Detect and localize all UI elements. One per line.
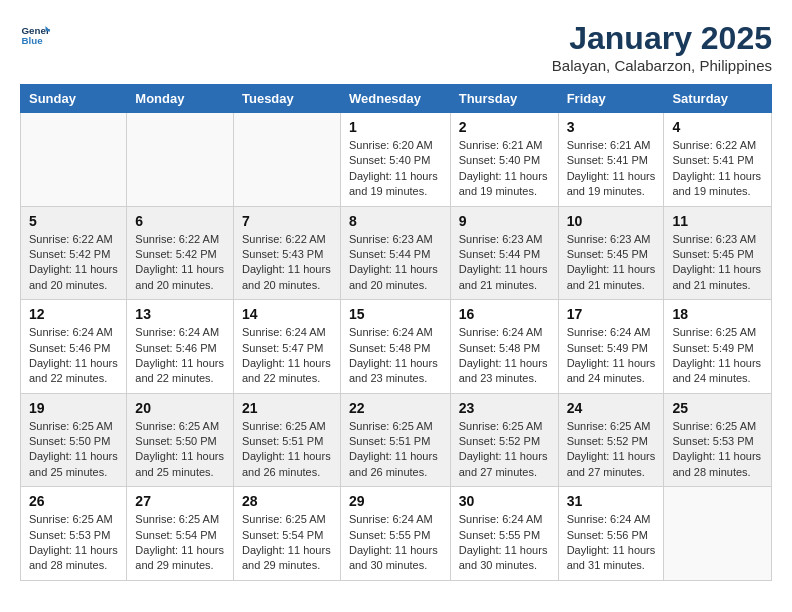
weekday-header: Saturday [664,85,772,113]
day-number: 19 [29,400,118,416]
calendar-day-cell: 26Sunrise: 6:25 AMSunset: 5:53 PMDayligh… [21,487,127,581]
calendar-day-cell: 1Sunrise: 6:20 AMSunset: 5:40 PMDaylight… [340,113,450,207]
logo-icon: General Blue [20,20,50,50]
day-info: Sunrise: 6:22 AMSunset: 5:41 PMDaylight:… [672,138,763,200]
day-number: 24 [567,400,656,416]
calendar-day-cell: 28Sunrise: 6:25 AMSunset: 5:54 PMDayligh… [233,487,340,581]
calendar-day-cell: 7Sunrise: 6:22 AMSunset: 5:43 PMDaylight… [233,206,340,300]
day-info: Sunrise: 6:25 AMSunset: 5:51 PMDaylight:… [349,419,442,481]
day-info: Sunrise: 6:21 AMSunset: 5:41 PMDaylight:… [567,138,656,200]
day-info: Sunrise: 6:23 AMSunset: 5:44 PMDaylight:… [459,232,550,294]
day-number: 7 [242,213,332,229]
calendar-week-row: 19Sunrise: 6:25 AMSunset: 5:50 PMDayligh… [21,393,772,487]
day-number: 31 [567,493,656,509]
day-info: Sunrise: 6:25 AMSunset: 5:54 PMDaylight:… [135,512,225,574]
weekday-header-row: SundayMondayTuesdayWednesdayThursdayFrid… [21,85,772,113]
calendar-day-cell: 13Sunrise: 6:24 AMSunset: 5:46 PMDayligh… [127,300,234,394]
day-number: 8 [349,213,442,229]
calendar-table: SundayMondayTuesdayWednesdayThursdayFrid… [20,84,772,581]
location-subtitle: Balayan, Calabarzon, Philippines [552,57,772,74]
calendar-day-cell [127,113,234,207]
day-info: Sunrise: 6:25 AMSunset: 5:51 PMDaylight:… [242,419,332,481]
calendar-day-cell: 23Sunrise: 6:25 AMSunset: 5:52 PMDayligh… [450,393,558,487]
day-number: 3 [567,119,656,135]
calendar-day-cell: 4Sunrise: 6:22 AMSunset: 5:41 PMDaylight… [664,113,772,207]
calendar-day-cell: 9Sunrise: 6:23 AMSunset: 5:44 PMDaylight… [450,206,558,300]
calendar-day-cell: 10Sunrise: 6:23 AMSunset: 5:45 PMDayligh… [558,206,664,300]
calendar-day-cell: 20Sunrise: 6:25 AMSunset: 5:50 PMDayligh… [127,393,234,487]
day-info: Sunrise: 6:22 AMSunset: 5:42 PMDaylight:… [135,232,225,294]
day-number: 20 [135,400,225,416]
day-info: Sunrise: 6:25 AMSunset: 5:52 PMDaylight:… [459,419,550,481]
day-number: 4 [672,119,763,135]
day-number: 26 [29,493,118,509]
day-info: Sunrise: 6:24 AMSunset: 5:48 PMDaylight:… [349,325,442,387]
weekday-header: Wednesday [340,85,450,113]
day-number: 2 [459,119,550,135]
day-info: Sunrise: 6:25 AMSunset: 5:50 PMDaylight:… [135,419,225,481]
calendar-week-row: 5Sunrise: 6:22 AMSunset: 5:42 PMDaylight… [21,206,772,300]
month-title: January 2025 [552,20,772,57]
day-number: 18 [672,306,763,322]
day-info: Sunrise: 6:25 AMSunset: 5:49 PMDaylight:… [672,325,763,387]
calendar-day-cell: 27Sunrise: 6:25 AMSunset: 5:54 PMDayligh… [127,487,234,581]
calendar-day-cell: 17Sunrise: 6:24 AMSunset: 5:49 PMDayligh… [558,300,664,394]
day-info: Sunrise: 6:23 AMSunset: 5:45 PMDaylight:… [672,232,763,294]
weekday-header: Friday [558,85,664,113]
calendar-day-cell: 30Sunrise: 6:24 AMSunset: 5:55 PMDayligh… [450,487,558,581]
calendar-day-cell: 18Sunrise: 6:25 AMSunset: 5:49 PMDayligh… [664,300,772,394]
day-info: Sunrise: 6:22 AMSunset: 5:43 PMDaylight:… [242,232,332,294]
calendar-week-row: 26Sunrise: 6:25 AMSunset: 5:53 PMDayligh… [21,487,772,581]
calendar-day-cell: 15Sunrise: 6:24 AMSunset: 5:48 PMDayligh… [340,300,450,394]
calendar-day-cell: 5Sunrise: 6:22 AMSunset: 5:42 PMDaylight… [21,206,127,300]
weekday-header: Thursday [450,85,558,113]
day-number: 29 [349,493,442,509]
calendar-day-cell: 25Sunrise: 6:25 AMSunset: 5:53 PMDayligh… [664,393,772,487]
calendar-day-cell: 2Sunrise: 6:21 AMSunset: 5:40 PMDaylight… [450,113,558,207]
calendar-day-cell: 19Sunrise: 6:25 AMSunset: 5:50 PMDayligh… [21,393,127,487]
weekday-header: Sunday [21,85,127,113]
calendar-day-cell: 24Sunrise: 6:25 AMSunset: 5:52 PMDayligh… [558,393,664,487]
calendar-day-cell: 14Sunrise: 6:24 AMSunset: 5:47 PMDayligh… [233,300,340,394]
day-info: Sunrise: 6:22 AMSunset: 5:42 PMDaylight:… [29,232,118,294]
day-number: 25 [672,400,763,416]
logo: General Blue [20,20,52,50]
day-info: Sunrise: 6:24 AMSunset: 5:55 PMDaylight:… [349,512,442,574]
day-number: 13 [135,306,225,322]
day-info: Sunrise: 6:25 AMSunset: 5:53 PMDaylight:… [672,419,763,481]
calendar-day-cell: 6Sunrise: 6:22 AMSunset: 5:42 PMDaylight… [127,206,234,300]
day-number: 5 [29,213,118,229]
day-info: Sunrise: 6:25 AMSunset: 5:50 PMDaylight:… [29,419,118,481]
day-info: Sunrise: 6:24 AMSunset: 5:49 PMDaylight:… [567,325,656,387]
day-number: 15 [349,306,442,322]
day-number: 21 [242,400,332,416]
day-number: 1 [349,119,442,135]
day-number: 10 [567,213,656,229]
day-info: Sunrise: 6:21 AMSunset: 5:40 PMDaylight:… [459,138,550,200]
day-info: Sunrise: 6:25 AMSunset: 5:53 PMDaylight:… [29,512,118,574]
day-info: Sunrise: 6:24 AMSunset: 5:46 PMDaylight:… [29,325,118,387]
day-number: 22 [349,400,442,416]
day-info: Sunrise: 6:25 AMSunset: 5:52 PMDaylight:… [567,419,656,481]
day-info: Sunrise: 6:25 AMSunset: 5:54 PMDaylight:… [242,512,332,574]
calendar-week-row: 1Sunrise: 6:20 AMSunset: 5:40 PMDaylight… [21,113,772,207]
day-number: 30 [459,493,550,509]
day-number: 12 [29,306,118,322]
calendar-day-cell: 29Sunrise: 6:24 AMSunset: 5:55 PMDayligh… [340,487,450,581]
day-info: Sunrise: 6:24 AMSunset: 5:46 PMDaylight:… [135,325,225,387]
day-number: 11 [672,213,763,229]
day-number: 17 [567,306,656,322]
svg-text:Blue: Blue [22,35,44,46]
calendar-day-cell [664,487,772,581]
day-number: 6 [135,213,225,229]
calendar-day-cell: 12Sunrise: 6:24 AMSunset: 5:46 PMDayligh… [21,300,127,394]
day-number: 9 [459,213,550,229]
calendar-week-row: 12Sunrise: 6:24 AMSunset: 5:46 PMDayligh… [21,300,772,394]
calendar-day-cell: 16Sunrise: 6:24 AMSunset: 5:48 PMDayligh… [450,300,558,394]
title-block: January 2025 Balayan, Calabarzon, Philip… [552,20,772,74]
calendar-day-cell [233,113,340,207]
day-info: Sunrise: 6:24 AMSunset: 5:48 PMDaylight:… [459,325,550,387]
day-number: 23 [459,400,550,416]
calendar-day-cell [21,113,127,207]
day-info: Sunrise: 6:23 AMSunset: 5:45 PMDaylight:… [567,232,656,294]
